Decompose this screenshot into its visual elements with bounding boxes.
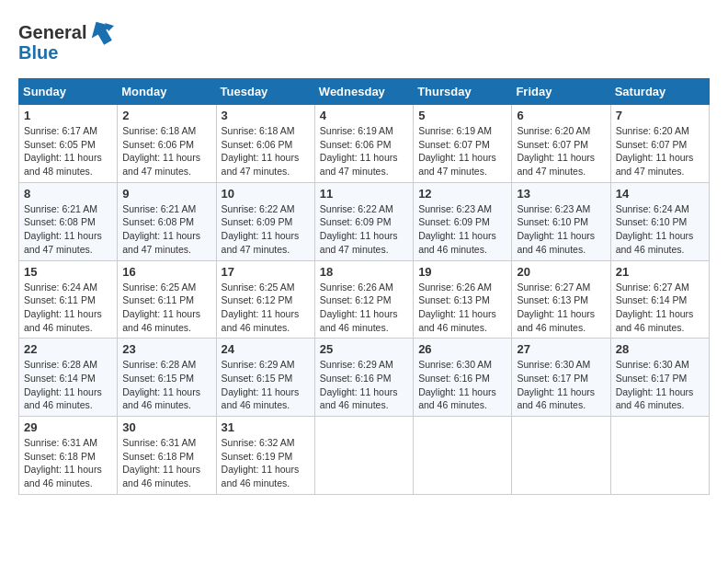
day-info: Sunrise: 6:25 AM Sunset: 6:11 PM Dayligh…	[122, 281, 210, 335]
weekday-header-sunday: Sunday	[19, 79, 118, 105]
day-info: Sunrise: 6:21 AM Sunset: 6:08 PM Dayligh…	[24, 202, 112, 257]
day-number: 2	[122, 109, 210, 122]
day-number: 9	[122, 187, 210, 201]
day-number: 22	[24, 342, 112, 356]
weekday-header-monday: Monday	[118, 79, 216, 105]
calendar-cell: 19Sunrise: 6:26 AM Sunset: 6:13 PM Dayli…	[414, 260, 512, 339]
calendar-cell: 6Sunrise: 6:20 AM Sunset: 6:07 PM Daylig…	[512, 105, 610, 183]
calendar-cell: 8Sunrise: 6:21 AM Sunset: 6:08 PM Daylig…	[19, 182, 118, 260]
day-info: Sunrise: 6:17 AM Sunset: 6:05 PM Dayligh…	[24, 124, 112, 178]
day-info: Sunrise: 6:21 AM Sunset: 6:08 PM Dayligh…	[122, 202, 210, 257]
calendar-cell	[512, 417, 610, 495]
day-number: 30	[122, 420, 210, 434]
day-info: Sunrise: 6:28 AM Sunset: 6:14 PM Dayligh…	[24, 358, 112, 412]
logo: General Blue	[18, 18, 116, 63]
calendar-cell: 5Sunrise: 6:19 AM Sunset: 6:07 PM Daylig…	[414, 105, 512, 183]
day-info: Sunrise: 6:20 AM Sunset: 6:07 PM Dayligh…	[616, 124, 704, 178]
calendar-cell: 18Sunrise: 6:26 AM Sunset: 6:12 PM Dayli…	[314, 260, 413, 339]
weekday-header-friday: Friday	[512, 79, 610, 105]
weekday-header-thursday: Thursday	[414, 79, 512, 105]
logo-general: General	[18, 22, 86, 43]
day-info: Sunrise: 6:26 AM Sunset: 6:13 PM Dayligh…	[418, 281, 506, 335]
day-info: Sunrise: 6:30 AM Sunset: 6:16 PM Dayligh…	[418, 358, 506, 412]
calendar-cell: 3Sunrise: 6:18 AM Sunset: 6:06 PM Daylig…	[216, 105, 314, 183]
logo-blue: Blue	[18, 42, 58, 63]
day-number: 3	[222, 109, 310, 122]
svg-marker-0	[88, 18, 116, 46]
calendar-cell: 2Sunrise: 6:18 AM Sunset: 6:06 PM Daylig…	[118, 105, 216, 183]
day-number: 24	[222, 342, 310, 356]
calendar-cell: 13Sunrise: 6:23 AM Sunset: 6:10 PM Dayli…	[512, 182, 610, 260]
calendar-cell: 27Sunrise: 6:30 AM Sunset: 6:17 PM Dayli…	[512, 339, 610, 417]
day-info: Sunrise: 6:20 AM Sunset: 6:07 PM Dayligh…	[517, 124, 605, 178]
day-number: 14	[616, 187, 704, 201]
day-number: 15	[24, 265, 112, 279]
day-info: Sunrise: 6:30 AM Sunset: 6:17 PM Dayligh…	[616, 358, 704, 412]
calendar-cell: 28Sunrise: 6:30 AM Sunset: 6:17 PM Dayli…	[610, 339, 709, 417]
calendar-cell: 16Sunrise: 6:25 AM Sunset: 6:11 PM Dayli…	[118, 260, 216, 339]
day-number: 10	[222, 187, 310, 201]
day-info: Sunrise: 6:28 AM Sunset: 6:15 PM Dayligh…	[122, 358, 210, 412]
calendar-cell: 11Sunrise: 6:22 AM Sunset: 6:09 PM Dayli…	[314, 182, 413, 260]
day-info: Sunrise: 6:25 AM Sunset: 6:12 PM Dayligh…	[222, 281, 310, 335]
day-info: Sunrise: 6:19 AM Sunset: 6:07 PM Dayligh…	[418, 124, 506, 178]
calendar-cell	[314, 417, 413, 495]
calendar-cell: 1Sunrise: 6:17 AM Sunset: 6:05 PM Daylig…	[19, 105, 118, 183]
day-number: 19	[418, 265, 506, 279]
calendar-cell: 20Sunrise: 6:27 AM Sunset: 6:13 PM Dayli…	[512, 260, 610, 339]
day-number: 23	[122, 342, 210, 356]
day-info: Sunrise: 6:32 AM Sunset: 6:19 PM Dayligh…	[222, 436, 310, 490]
day-number: 29	[24, 420, 112, 434]
day-info: Sunrise: 6:18 AM Sunset: 6:06 PM Dayligh…	[222, 124, 310, 178]
day-number: 11	[320, 187, 408, 201]
day-number: 8	[24, 187, 112, 201]
logo-bird-icon	[88, 18, 116, 46]
day-number: 31	[222, 420, 310, 434]
calendar-table: SundayMondayTuesdayWednesdayThursdayFrid…	[18, 78, 710, 495]
calendar-cell: 17Sunrise: 6:25 AM Sunset: 6:12 PM Dayli…	[216, 260, 314, 339]
weekday-header-saturday: Saturday	[610, 79, 709, 105]
day-number: 5	[418, 109, 506, 122]
day-info: Sunrise: 6:23 AM Sunset: 6:09 PM Dayligh…	[418, 202, 506, 257]
day-number: 18	[320, 265, 408, 279]
day-info: Sunrise: 6:24 AM Sunset: 6:10 PM Dayligh…	[616, 202, 704, 257]
day-info: Sunrise: 6:22 AM Sunset: 6:09 PM Dayligh…	[320, 202, 408, 257]
day-number: 12	[418, 187, 506, 201]
calendar-cell: 12Sunrise: 6:23 AM Sunset: 6:09 PM Dayli…	[414, 182, 512, 260]
day-info: Sunrise: 6:26 AM Sunset: 6:12 PM Dayligh…	[320, 281, 408, 335]
day-number: 20	[517, 265, 605, 279]
day-number: 4	[320, 109, 408, 122]
day-number: 17	[222, 265, 310, 279]
day-info: Sunrise: 6:27 AM Sunset: 6:13 PM Dayligh…	[517, 281, 605, 335]
day-info: Sunrise: 6:18 AM Sunset: 6:06 PM Dayligh…	[122, 124, 210, 178]
day-number: 28	[616, 342, 704, 356]
calendar-cell: 24Sunrise: 6:29 AM Sunset: 6:15 PM Dayli…	[216, 339, 314, 417]
calendar-cell: 4Sunrise: 6:19 AM Sunset: 6:06 PM Daylig…	[314, 105, 413, 183]
day-number: 6	[517, 109, 605, 122]
calendar-cell: 31Sunrise: 6:32 AM Sunset: 6:19 PM Dayli…	[216, 417, 314, 495]
calendar-cell: 30Sunrise: 6:31 AM Sunset: 6:18 PM Dayli…	[118, 417, 216, 495]
calendar-cell: 23Sunrise: 6:28 AM Sunset: 6:15 PM Dayli…	[118, 339, 216, 417]
calendar-cell: 14Sunrise: 6:24 AM Sunset: 6:10 PM Dayli…	[610, 182, 709, 260]
day-number: 26	[418, 342, 506, 356]
day-info: Sunrise: 6:27 AM Sunset: 6:14 PM Dayligh…	[616, 281, 704, 335]
day-info: Sunrise: 6:30 AM Sunset: 6:17 PM Dayligh…	[517, 358, 605, 412]
day-info: Sunrise: 6:31 AM Sunset: 6:18 PM Dayligh…	[24, 436, 112, 490]
day-number: 7	[616, 109, 704, 122]
day-number: 25	[320, 342, 408, 356]
calendar-cell: 9Sunrise: 6:21 AM Sunset: 6:08 PM Daylig…	[118, 182, 216, 260]
day-info: Sunrise: 6:29 AM Sunset: 6:16 PM Dayligh…	[320, 358, 408, 412]
calendar-cell: 26Sunrise: 6:30 AM Sunset: 6:16 PM Dayli…	[414, 339, 512, 417]
day-number: 16	[122, 265, 210, 279]
page-header: General Blue	[18, 18, 710, 63]
day-number: 13	[517, 187, 605, 201]
calendar-cell: 29Sunrise: 6:31 AM Sunset: 6:18 PM Dayli…	[19, 417, 118, 495]
day-info: Sunrise: 6:19 AM Sunset: 6:06 PM Dayligh…	[320, 124, 408, 178]
calendar-cell: 7Sunrise: 6:20 AM Sunset: 6:07 PM Daylig…	[610, 105, 709, 183]
weekday-header-tuesday: Tuesday	[216, 79, 314, 105]
day-info: Sunrise: 6:31 AM Sunset: 6:18 PM Dayligh…	[122, 436, 210, 490]
day-info: Sunrise: 6:22 AM Sunset: 6:09 PM Dayligh…	[222, 202, 310, 257]
day-info: Sunrise: 6:29 AM Sunset: 6:15 PM Dayligh…	[222, 358, 310, 412]
day-info: Sunrise: 6:23 AM Sunset: 6:10 PM Dayligh…	[517, 202, 605, 257]
calendar-cell: 22Sunrise: 6:28 AM Sunset: 6:14 PM Dayli…	[19, 339, 118, 417]
